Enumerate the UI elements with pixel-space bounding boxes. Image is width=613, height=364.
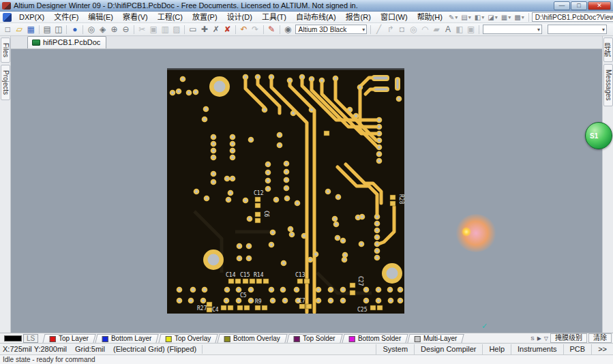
instruments-panel-button[interactable]: Instruments — [511, 344, 563, 354]
layer-tab-bottom-layer[interactable]: Bottom Layer — [95, 334, 160, 343]
pcb-board[interactable]: C12 C6 R28 C14 C15 R14 C13 C27 C5 R9 R27… — [167, 68, 404, 314]
footprint-icon: ◧ — [475, 14, 481, 21]
panel-tab-files[interactable]: Files — [1, 37, 10, 63]
place-room-icon[interactable]: ▣ — [465, 24, 477, 35]
deselect-icon[interactable]: ✗ — [210, 24, 222, 35]
s1-button[interactable]: S1 — [585, 122, 612, 149]
layer-list-icon[interactable]: S — [530, 335, 535, 342]
save-icon[interactable]: ▦ — [25, 24, 37, 35]
close-icon[interactable]: ✕ — [588, 1, 611, 10]
layer-tab-multi-layer[interactable]: Multi-Layer — [407, 334, 464, 343]
window-title: Altium Designer Winter 09 - D:\hifiPCB1.… — [14, 1, 551, 10]
zoom-area-icon[interactable]: ◈ — [97, 24, 108, 35]
menu-design[interactable]: 设计(D) — [222, 12, 257, 22]
document-view-value: D:\hifiPCB1.PcbDoc?ViewName — [535, 14, 613, 21]
view-mode-selector[interactable]: Altium 3D Black ▾ — [295, 25, 368, 34]
design-compiler-panel-button[interactable]: Design Compiler — [414, 344, 482, 354]
grid-setting: Grid:5mil — [72, 345, 110, 353]
layer-tab-top-layer[interactable]: Top Layer — [43, 334, 96, 343]
current-layer-swatch[interactable] — [4, 335, 22, 342]
panel-tab-projects[interactable]: Projects — [1, 65, 10, 100]
clear-button[interactable]: 清除 — [588, 333, 612, 343]
place-track-icon[interactable]: ↱ — [385, 24, 396, 35]
layer-color-swatch — [102, 335, 108, 342]
mask-level-button[interactable]: 掩膜级别 — [550, 333, 587, 343]
zoom-fit-icon[interactable]: ◎ — [85, 24, 97, 35]
dxp-logo-icon[interactable] — [3, 13, 12, 22]
document-tab-bar: hifiPCB1.PcbDoc — [11, 36, 602, 49]
undo-icon[interactable]: ↶ — [238, 24, 250, 35]
idle-status-text: Idle state - ready for command — [3, 356, 95, 363]
panel-tab-navigator[interactable]: 导航 — [603, 37, 613, 62]
place-string-icon[interactable]: A — [443, 24, 454, 35]
clear-filter-icon[interactable]: ✘ — [222, 24, 233, 35]
menu-file[interactable]: 文件(F) — [49, 12, 83, 22]
quick-board-button[interactable]: ▦▾ — [500, 14, 512, 21]
zoom-in-icon[interactable]: ⊕ — [108, 24, 120, 35]
chevron-down-icon: ▾ — [508, 14, 511, 20]
redo-icon[interactable]: ↷ — [250, 24, 261, 35]
maximize-icon[interactable]: □ — [571, 1, 587, 10]
cut-icon[interactable]: ✂ — [136, 24, 148, 35]
panel-tab-messages[interactable]: Messages — [603, 64, 613, 106]
layer-tab-label: Bottom Overlay — [233, 335, 280, 343]
chevron-down-icon: ▾ — [599, 27, 605, 33]
quick-line-button[interactable]: ✎▾ — [447, 14, 459, 21]
empty-selector-2[interactable]: ▾ — [548, 25, 607, 34]
move-icon[interactable]: ✚ — [198, 24, 210, 35]
menu-dxp[interactable]: DXP(X) — [14, 12, 49, 22]
layer-tab-bottom-overlay[interactable]: Bottom Overlay — [217, 334, 287, 343]
layer-bar-controls: S ▶ ▽ 掩膜级别 清除 — [530, 333, 612, 343]
menu-reports[interactable]: 报告(R) — [341, 12, 376, 22]
layer-set-button[interactable]: LS — [23, 334, 38, 343]
paste-special-icon[interactable]: ▨ — [171, 24, 183, 35]
select-area-icon[interactable]: ▭ — [187, 24, 198, 35]
print-preview-icon[interactable]: ◫ — [53, 24, 65, 35]
browse-icon[interactable]: ◉ — [282, 24, 294, 35]
place-line-icon[interactable]: ╱ — [373, 24, 385, 35]
layer-dropdown-icon[interactable]: ▽ — [543, 335, 549, 342]
quick-plane-button[interactable]: ◪▾ — [486, 14, 498, 21]
paste-icon[interactable]: ▥ — [160, 24, 171, 35]
empty-selector-1[interactable]: ▾ — [483, 25, 542, 34]
menu-tools[interactable]: 工具(T) — [257, 12, 291, 22]
more-panels-button[interactable]: >> — [591, 344, 613, 354]
ref-r27: R27 — [197, 305, 207, 312]
wand-icon[interactable]: ✎ — [266, 24, 278, 35]
quick-part-button[interactable]: ◧▾ — [473, 14, 485, 21]
system-panel-button[interactable]: System — [376, 344, 414, 354]
place-arc-icon[interactable]: ◠ — [419, 24, 431, 35]
print-icon[interactable]: ▤ — [42, 24, 53, 35]
menu-help[interactable]: 帮助(H) — [413, 12, 447, 22]
separator — [370, 25, 371, 34]
menu-view[interactable]: 察看(V) — [118, 12, 153, 22]
layer-tab-top-overlay[interactable]: Top Overlay — [158, 334, 218, 343]
menu-edit[interactable]: 编辑(E) — [83, 12, 118, 22]
pcb-canvas[interactable]: C12 C6 R28 C14 C15 R14 C13 C27 C5 R9 R27… — [11, 49, 602, 333]
layer-view-icon[interactable]: ● — [69, 24, 80, 35]
pcb-panel-button[interactable]: PCB — [563, 344, 592, 354]
menu-window[interactable]: 窗口(W) — [376, 12, 413, 22]
menu-autoroute[interactable]: 自动布线(A) — [291, 12, 341, 22]
quick-grid-button[interactable]: ▩▾ — [513, 14, 525, 21]
help-panel-button[interactable]: Help — [482, 344, 511, 354]
layer-next-icon[interactable]: ▶ — [537, 335, 542, 342]
separator — [66, 25, 67, 34]
layer-tab-bottom-solder[interactable]: Bottom Solder — [342, 334, 408, 343]
place-component-icon[interactable]: ◧ — [453, 24, 465, 35]
document-view-selector[interactable]: D:\hifiPCB1.PcbDoc?ViewName ▾ — [532, 12, 613, 22]
quick-doc-button[interactable]: ▤▾ — [460, 14, 472, 21]
copy-icon[interactable]: ▣ — [148, 24, 160, 35]
minimize-icon[interactable]: — — [554, 1, 570, 10]
place-fill-icon[interactable]: ▰ — [431, 24, 443, 35]
new-document-icon[interactable]: □ — [2, 24, 14, 35]
layer-tab-top-solder[interactable]: Top Solder — [286, 334, 342, 343]
place-pad-icon[interactable]: ◘ — [396, 24, 408, 35]
place-via-icon[interactable]: ◎ — [408, 24, 419, 35]
document-tab[interactable]: hifiPCB1.PcbDoc — [27, 36, 106, 48]
zoom-out-icon[interactable]: ⊖ — [120, 24, 132, 35]
open-icon[interactable]: ▱ — [14, 24, 25, 35]
layer-color-swatch — [415, 335, 421, 342]
menu-place[interactable]: 放置(P) — [188, 12, 222, 22]
menu-project[interactable]: 工程(C) — [153, 12, 188, 22]
